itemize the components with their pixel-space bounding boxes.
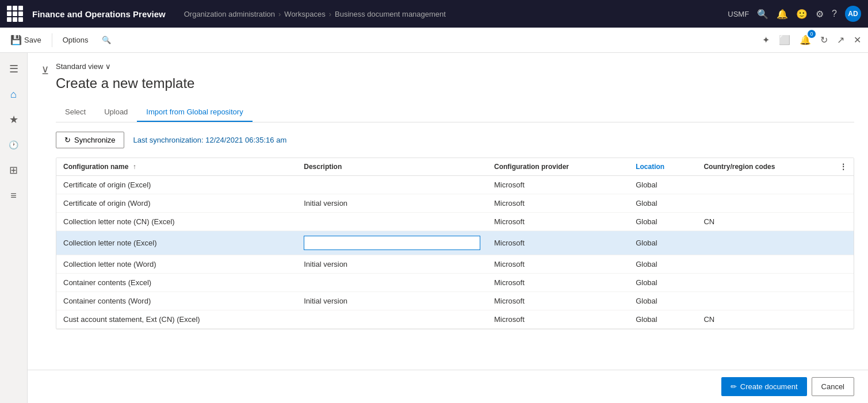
smiley-icon[interactable]: 🙂 <box>796 9 808 20</box>
cancel-label: Cancel <box>821 382 844 391</box>
tab-upload[interactable]: Upload <box>95 103 137 122</box>
col-menu[interactable]: ⋮ <box>833 158 854 176</box>
synchronize-button[interactable]: ↻ Synchronize <box>56 132 124 148</box>
cancel-button[interactable]: Cancel <box>812 377 854 396</box>
sidebar-item-recent[interactable]: 🕐 <box>2 133 25 156</box>
notification-badge-wrapper[interactable]: 🔔 0 <box>797 32 813 48</box>
table-header-row: Configuration name ↑ Description Configu… <box>56 158 854 176</box>
notification-count: 0 <box>808 30 816 38</box>
cell-location: Global <box>629 255 697 274</box>
cell-provider: Microsoft <box>487 292 629 310</box>
table-row[interactable]: Collection letter note (Excel)MicrosoftG… <box>56 231 854 255</box>
sync-area: ↻ Synchronize Last synchronization: 12/2… <box>56 132 854 148</box>
table-row[interactable]: Collection letter note (CN) (Excel)Micro… <box>56 213 854 231</box>
table-row[interactable]: Certificate of origin (Word)Initial vers… <box>56 194 854 213</box>
description-input[interactable] <box>304 236 480 250</box>
cell-codes <box>697 255 833 274</box>
table-row[interactable]: Collection letter note (Word)Initial ver… <box>56 255 854 274</box>
cell-codes <box>697 231 833 255</box>
app-title: Finance and Operations Preview <box>32 9 166 19</box>
table-row[interactable]: Container contents (Excel)MicrosoftGloba… <box>56 274 854 292</box>
search-button[interactable]: 🔍 <box>96 33 117 47</box>
cell-description <box>297 310 487 329</box>
standard-view-dropdown[interactable]: Standard view ∨ <box>56 62 854 71</box>
cell-provider: Microsoft <box>487 255 629 274</box>
app-grid-icon[interactable] <box>7 6 23 22</box>
cell-provider: Microsoft <box>487 213 629 231</box>
cell-menu <box>833 274 854 292</box>
page-title: Create a new template <box>56 75 854 91</box>
cell-config-name: Collection letter note (Excel) <box>56 231 297 255</box>
cell-location: Global <box>629 310 697 329</box>
cell-location: Global <box>629 274 697 292</box>
col-config-name[interactable]: Configuration name ↑ <box>56 158 297 176</box>
breadcrumb-sep-2: › <box>329 10 331 18</box>
cell-provider: Microsoft <box>487 194 629 213</box>
content-header-row: ⊻ Standard view ∨ Create a new template … <box>41 62 854 329</box>
sync-icon: ↻ <box>64 136 71 144</box>
sidebar-item-hamburger[interactable]: ☰ <box>2 57 25 80</box>
cell-description[interactable] <box>297 231 487 255</box>
cell-menu <box>833 176 854 194</box>
sidebar-item-workspaces[interactable]: ⊞ <box>2 159 25 182</box>
tab-import-label: Import from Global repository <box>146 108 243 116</box>
refresh-icon[interactable]: ↻ <box>818 32 830 48</box>
sidebar-item-modules[interactable]: ≡ <box>2 184 25 207</box>
col-provider[interactable]: Configuration provider <box>487 158 629 176</box>
notification-icon[interactable]: 🔔 <box>777 9 788 20</box>
cell-provider: Microsoft <box>487 176 629 194</box>
cell-config-name: Collection letter note (Word) <box>56 255 297 274</box>
last-sync-text: Last synchronization: 12/24/2021 06:35:1… <box>133 136 287 144</box>
cell-location: Global <box>629 213 697 231</box>
tab-import[interactable]: Import from Global repository <box>137 103 252 122</box>
tab-upload-label: Upload <box>104 108 128 116</box>
sync-label: Synchronize <box>74 136 116 144</box>
create-document-label: Create document <box>740 382 798 391</box>
settings-icon[interactable]: ⚙ <box>816 9 824 20</box>
layout-icon[interactable]: ⬜ <box>777 32 793 48</box>
personalize-icon[interactable]: ✦ <box>760 32 772 48</box>
cell-codes <box>697 176 833 194</box>
cell-location: Global <box>629 292 697 310</box>
col-description-label: Description <box>304 163 342 171</box>
table-row[interactable]: Cust account statement, Ext (CN) (Excel)… <box>56 310 854 329</box>
table-row[interactable]: Certificate of origin (Excel)MicrosoftGl… <box>56 176 854 194</box>
cell-config-name: Container contents (Word) <box>56 292 297 310</box>
toolbar-separator <box>52 33 52 47</box>
cell-provider: Microsoft <box>487 231 629 255</box>
sidebar-item-favorites[interactable]: ★ <box>2 108 25 131</box>
col-menu-dots: ⋮ <box>840 163 847 171</box>
sidebar: ☰ ⌂ ★ 🕐 ⊞ ≡ <box>0 53 28 403</box>
org-label: USMF <box>728 10 749 18</box>
user-avatar[interactable]: AD <box>845 6 861 22</box>
breadcrumb-item-3[interactable]: Business document management <box>335 10 446 18</box>
filter-icon[interactable]: ⊻ <box>41 64 49 77</box>
search-icon[interactable]: 🔍 <box>757 9 768 20</box>
col-location[interactable]: Location <box>629 158 697 176</box>
content-body: Standard view ∨ Create a new template Se… <box>56 62 854 329</box>
cell-description <box>297 213 487 231</box>
cell-location: Global <box>629 231 697 255</box>
main-layout: ☰ ⌂ ★ 🕐 ⊞ ≡ ⊻ Standard view ∨ Create a n… <box>0 53 868 403</box>
tab-select[interactable]: Select <box>56 103 95 122</box>
help-icon[interactable]: ? <box>832 9 837 19</box>
col-description[interactable]: Description <box>297 158 487 176</box>
col-codes-label: Country/region codes <box>703 163 775 171</box>
top-bar-actions: USMF 🔍 🔔 🙂 ⚙ ? AD <box>728 6 861 22</box>
table-row[interactable]: Container contents (Word)Initial version… <box>56 292 854 310</box>
save-icon: 💾 <box>10 34 22 45</box>
cell-config-name: Container contents (Excel) <box>56 274 297 292</box>
create-document-button[interactable]: ✏ Create document <box>721 377 807 396</box>
cell-description: Initial version <box>297 194 487 213</box>
save-button[interactable]: 💾 Save <box>5 32 47 48</box>
breadcrumb-item-2[interactable]: Workspaces <box>284 10 325 18</box>
open-new-icon[interactable]: ↗ <box>835 32 847 48</box>
bottom-bar: ✏ Create document Cancel <box>28 370 868 403</box>
sidebar-item-home[interactable]: ⌂ <box>2 83 25 106</box>
breadcrumb-item-1[interactable]: Organization administration <box>184 10 275 18</box>
cell-menu <box>833 310 854 329</box>
close-icon[interactable]: ✕ <box>851 32 863 48</box>
col-codes[interactable]: Country/region codes <box>697 158 833 176</box>
cell-description: Initial version <box>297 255 487 274</box>
options-button[interactable]: Options <box>57 33 94 47</box>
